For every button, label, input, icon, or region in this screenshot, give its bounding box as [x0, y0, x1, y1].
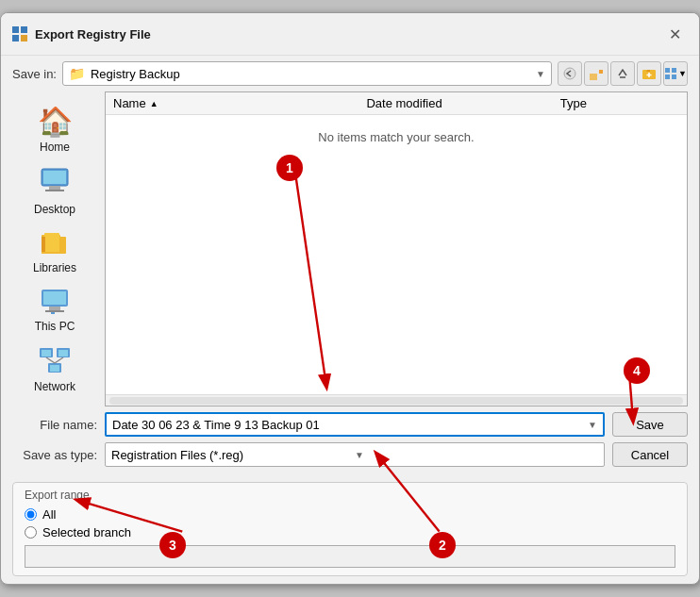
cancel-button[interactable]: Cancel [612, 442, 688, 467]
sidebar-item-home[interactable]: 🏠 Home [12, 99, 97, 159]
new-folder-icon [642, 67, 656, 80]
sidebar-item-libraries[interactable]: Libraries [12, 224, 97, 280]
forward-icon [590, 67, 603, 80]
svg-rect-4 [12, 26, 19, 33]
svg-rect-7 [21, 35, 27, 41]
svg-rect-32 [42, 350, 51, 357]
save-button[interactable]: Save [612, 412, 688, 437]
radio-all-label[interactable]: All [42, 507, 56, 522]
svg-rect-19 [49, 186, 60, 190]
save-in-value: Registry Backup [91, 67, 536, 81]
filetype-value: Registration Files (*.reg) [111, 448, 355, 462]
view-button[interactable]: ▼ [663, 61, 688, 86]
svg-line-37 [46, 357, 55, 363]
dropdown-arrow: ▼ [536, 69, 545, 79]
filename-input[interactable] [112, 418, 588, 432]
svg-rect-20 [45, 190, 64, 191]
svg-rect-15 [665, 75, 670, 79]
svg-rect-13 [665, 68, 670, 73]
file-list-area: Name ▲ Date modified Type No items match… [105, 91, 688, 406]
sidebar-label-desktop: Desktop [34, 203, 75, 216]
new-folder-button[interactable] [637, 61, 661, 86]
sidebar-label-network: Network [34, 380, 75, 393]
forward-button[interactable] [584, 61, 608, 86]
sort-arrow: ▲ [150, 99, 158, 108]
up-icon [616, 67, 629, 80]
horizontal-scrollbar[interactable] [106, 394, 687, 406]
registry-icon [12, 26, 27, 41]
filetype-select[interactable]: Registration Files (*.reg) ▼ [105, 442, 605, 467]
view-dropdown-arrow: ▼ [678, 69, 687, 78]
home-icon: 🏠 [38, 105, 73, 138]
folder-icon: 📁 [69, 66, 85, 81]
radio-branch-row: Selected branch [25, 525, 675, 539]
form-rows-and-btns: File name: ▼ Save as type: Registration … [12, 412, 688, 473]
filetype-row: Save as type: Registration Files (*.reg)… [12, 442, 605, 467]
col-name-header[interactable]: Name ▲ [106, 92, 358, 114]
svg-rect-6 [12, 35, 19, 41]
radio-all[interactable] [25, 508, 37, 521]
col-type-header[interactable]: Type [553, 92, 687, 114]
sidebar-item-thispc[interactable]: This PC [12, 282, 97, 339]
col-date-header[interactable]: Date modified [358, 92, 552, 114]
empty-message: No items match your search. [318, 130, 474, 144]
back-button[interactable] [558, 61, 582, 86]
sidebar-label-libraries: Libraries [33, 261, 76, 274]
svg-rect-29 [45, 310, 64, 312]
radio-branch-label[interactable]: Selected branch [42, 525, 131, 539]
filename-input-wrap[interactable]: ▼ [105, 412, 605, 437]
save-in-dropdown[interactable]: 📁 Registry Backup ▼ [62, 61, 552, 86]
svg-rect-24 [44, 233, 59, 252]
svg-rect-28 [49, 307, 60, 310]
sidebar: 🏠 Home Desktop [12, 91, 97, 406]
toolbar-row: Save in: 📁 Registry Backup ▼ [1, 56, 699, 91]
export-registry-dialog: 1 2 3 4 Export Registry File ✕ Save in: … [0, 12, 700, 585]
close-button[interactable]: ✕ [661, 21, 688, 47]
save-in-label: Save in: [12, 67, 57, 81]
filename-row: File name: ▼ [12, 412, 605, 437]
file-list-header: Name ▲ Date modified Type [106, 92, 687, 115]
title-bar: Export Registry File ✕ [1, 13, 699, 56]
svg-rect-36 [50, 365, 59, 372]
svg-rect-27 [43, 291, 66, 305]
svg-rect-25 [42, 237, 45, 252]
toolbar-buttons: ▼ [558, 61, 688, 86]
filename-label: File name: [12, 418, 97, 432]
sidebar-item-desktop[interactable]: Desktop [12, 161, 97, 222]
radio-branch[interactable] [25, 526, 37, 539]
thispc-icon [40, 288, 70, 317]
filetype-arrow: ▼ [355, 450, 598, 460]
sidebar-label-home: Home [40, 141, 70, 154]
sidebar-item-network[interactable]: Network [12, 340, 97, 399]
export-range-title: Export range [25, 489, 675, 502]
svg-rect-21 [43, 171, 66, 184]
svg-rect-16 [672, 75, 676, 79]
up-button[interactable] [610, 61, 635, 86]
form-inputs: File name: ▼ Save as type: Registration … [12, 412, 605, 473]
action-buttons: Save Cancel [612, 412, 688, 467]
filename-dropdown-arrow[interactable]: ▼ [588, 420, 597, 430]
filetype-label: Save as type: [12, 448, 97, 462]
form-area: File name: ▼ Save as type: Registration … [1, 406, 699, 478]
file-list-body: No items match your search. [106, 115, 687, 394]
sidebar-label-thispc: This PC [35, 320, 75, 333]
svg-rect-5 [21, 26, 27, 33]
svg-line-38 [55, 357, 63, 363]
svg-rect-30 [51, 312, 55, 314]
back-icon [563, 67, 576, 80]
export-range-section: Export range All Selected branch [12, 482, 688, 576]
svg-rect-34 [58, 350, 68, 357]
main-area: 🏠 Home Desktop [1, 91, 699, 406]
network-icon [38, 346, 72, 377]
svg-rect-14 [672, 68, 676, 73]
view-icon [664, 67, 677, 80]
title-bar-left: Export Registry File [12, 26, 151, 41]
desktop-icon [40, 167, 70, 200]
branch-input[interactable] [25, 545, 675, 568]
scrollbar-track[interactable] [109, 397, 683, 405]
dialog-title: Export Registry File [35, 27, 151, 41]
libraries-icon [40, 229, 70, 258]
radio-all-row: All [25, 507, 675, 522]
